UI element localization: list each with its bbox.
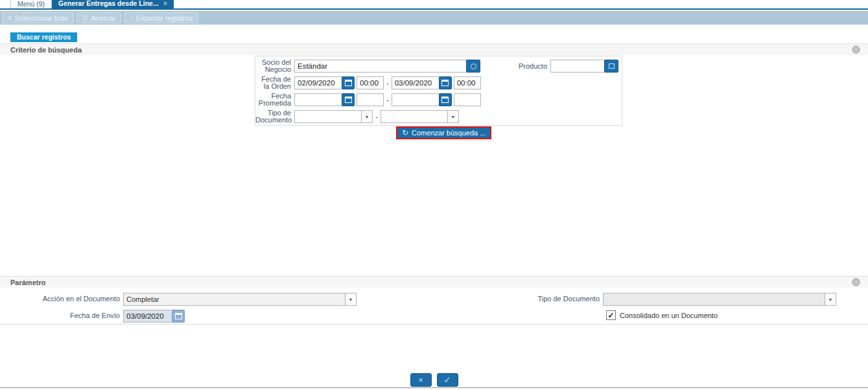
calendar-icon bbox=[441, 97, 449, 103]
doc-action-combo[interactable]: Completar ▼ bbox=[123, 293, 357, 306]
select-all-button[interactable]: ≡ Seleccionar todo bbox=[2, 12, 74, 23]
cancel-button[interactable]: × bbox=[410, 373, 432, 387]
calendar-icon bbox=[345, 80, 352, 86]
ship-date-row: Fecha de Envío ✓ Consolidado en un Docum… bbox=[0, 310, 868, 323]
promised-date-to-calendar-button[interactable] bbox=[439, 93, 452, 106]
select-all-label: Seleccionar todo bbox=[15, 14, 68, 22]
doctype-label: Tipo de Documento bbox=[255, 109, 291, 124]
confirm-button[interactable]: ✓ bbox=[437, 373, 458, 387]
range-separator: - bbox=[386, 96, 389, 104]
promised-time-to-input[interactable] bbox=[454, 93, 481, 106]
zoom-label: Acercar bbox=[91, 14, 115, 22]
calendar-icon bbox=[441, 80, 449, 86]
doc-action-value: Completar bbox=[124, 293, 345, 305]
range-separator: - bbox=[375, 113, 378, 120]
export-records-label: Exportar registros bbox=[136, 14, 193, 22]
collapse-criteria-icon[interactable]: ↕ bbox=[852, 45, 860, 54]
promised-date-from-input[interactable] bbox=[294, 93, 342, 106]
ship-date-label: Fecha de Envío bbox=[0, 312, 120, 319]
criteria-fields-panel: Socio del Negocio Producto Fecha de la O… bbox=[255, 56, 622, 126]
promised-date-from-group bbox=[294, 93, 355, 106]
bpartner-row: Socio del Negocio Producto bbox=[255, 60, 622, 73]
order-date-row: Fecha de la Orden - bbox=[255, 76, 481, 89]
parameter-section-header: Parámetro ↕ bbox=[0, 276, 868, 288]
promised-date-row: Fecha Prometida - bbox=[255, 93, 481, 106]
promised-date-to-input[interactable] bbox=[392, 93, 440, 106]
criteria-title: Criterio de búsqueda bbox=[10, 46, 82, 54]
consolidate-checkbox[interactable]: ✓ bbox=[606, 310, 616, 320]
order-date-to-calendar-button[interactable] bbox=[439, 76, 452, 89]
chevron-down-icon[interactable]: ▼ bbox=[345, 293, 356, 305]
criteria-section-header: Criterio de búsqueda ↕ bbox=[0, 43, 868, 55]
chevron-down-icon[interactable]: ▼ bbox=[825, 293, 836, 305]
order-date-from-calendar-button[interactable] bbox=[342, 76, 355, 89]
doc-action-row: Acción en el Documento Completar ▼ Tipo … bbox=[0, 293, 868, 306]
tab-menu[interactable]: Menú (9) bbox=[10, 0, 52, 8]
promised-date-to-group bbox=[392, 93, 452, 106]
param-doctype-combo[interactable]: ▼ bbox=[603, 293, 836, 306]
calendar-icon bbox=[345, 97, 352, 103]
promised-date-from-calendar-button[interactable] bbox=[342, 93, 355, 106]
window-tab-bar: Menú (9) Generar Entregas desde Line... … bbox=[0, 0, 868, 10]
refresh-icon: ↻ bbox=[402, 128, 408, 137]
doc-action-label: Acción en el Documento bbox=[0, 295, 120, 303]
product-field-group: Producto bbox=[469, 60, 618, 73]
ship-date-group bbox=[123, 310, 185, 323]
ship-date-input[interactable] bbox=[123, 310, 172, 323]
close-tab-icon[interactable]: × bbox=[163, 0, 167, 8]
product-search-icon bbox=[609, 63, 615, 69]
param-doctype-label: Tipo de Documento bbox=[480, 295, 600, 303]
tab-generar-entregas[interactable]: Generar Entregas desde Line... × bbox=[52, 0, 174, 8]
bottom-divider bbox=[0, 387, 868, 388]
consolidate-label: Consolidado en un Documento bbox=[620, 312, 718, 319]
start-search-label: Comenzar búsqueda ... bbox=[412, 129, 486, 137]
collapse-parameter-icon[interactable]: ↕ bbox=[852, 278, 860, 286]
order-date-to-group bbox=[392, 76, 452, 89]
check-icon: ✓ bbox=[607, 311, 614, 320]
doctype-row: Tipo de Documento ▼ - ▼ bbox=[255, 110, 459, 123]
order-date-from-group bbox=[294, 76, 355, 89]
product-label: Producto bbox=[469, 62, 547, 70]
promised-date-label: Fecha Prometida bbox=[255, 93, 291, 107]
order-date-to-input[interactable] bbox=[392, 76, 440, 89]
export-records-button[interactable]: ↑ Exportar registros bbox=[124, 12, 198, 23]
start-search-button[interactable]: ↻ Comenzar búsqueda ... bbox=[396, 126, 491, 139]
chevron-down-icon[interactable]: ▼ bbox=[447, 111, 458, 122]
footer-button-bar: × ✓ bbox=[0, 373, 868, 387]
bpartner-input[interactable] bbox=[294, 60, 467, 73]
product-input[interactable] bbox=[550, 60, 605, 73]
check-icon: ✓ bbox=[444, 375, 451, 385]
ship-date-calendar-button[interactable] bbox=[172, 310, 185, 323]
zoom-window-icon: ⊡ bbox=[82, 14, 88, 21]
range-separator: - bbox=[386, 79, 389, 87]
tab-buscar-registros[interactable]: Buscar registros bbox=[10, 32, 77, 42]
tab-menu-label: Menú (9) bbox=[18, 0, 45, 8]
bpartner-field-group bbox=[294, 60, 480, 73]
toolbar: ≡ Seleccionar todo ⊡ Acercar ↑ Exportar … bbox=[0, 11, 868, 25]
export-icon: ↑ bbox=[130, 14, 133, 21]
zoom-button[interactable]: ⊡ Acercar bbox=[76, 12, 121, 23]
doctype-to-value bbox=[381, 111, 447, 122]
doctype-to-combo[interactable]: ▼ bbox=[381, 110, 459, 123]
list-icon: ≡ bbox=[8, 14, 12, 21]
chevron-down-icon[interactable]: ▼ bbox=[361, 111, 372, 122]
product-search-button[interactable] bbox=[604, 60, 618, 73]
doctype-from-value bbox=[295, 111, 361, 122]
parameter-panel-divider bbox=[0, 324, 868, 325]
calendar-icon bbox=[175, 313, 182, 319]
parameter-title: Parámetro bbox=[10, 279, 45, 286]
param-doctype-value bbox=[604, 293, 825, 305]
close-icon: × bbox=[418, 375, 423, 385]
order-date-label: Fecha de la Orden bbox=[255, 76, 291, 90]
bpartner-label: Socio del Negocio bbox=[255, 59, 291, 73]
order-date-from-input[interactable] bbox=[294, 76, 342, 89]
promised-time-from-input[interactable] bbox=[357, 93, 384, 106]
doctype-from-combo[interactable]: ▼ bbox=[294, 110, 373, 123]
tab-generar-entregas-label: Generar Entregas desde Line... bbox=[58, 0, 159, 8]
order-time-to-input[interactable] bbox=[454, 76, 481, 89]
order-time-from-input[interactable] bbox=[357, 76, 384, 89]
